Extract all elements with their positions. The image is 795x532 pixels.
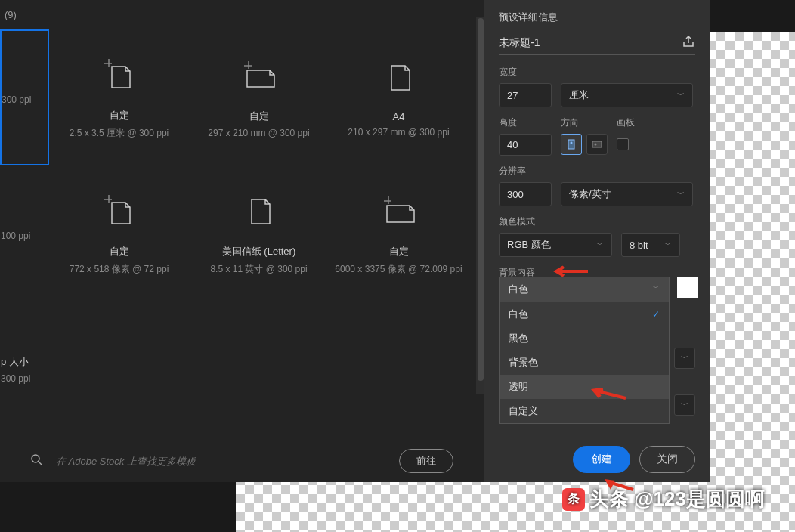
preset-name: 自定: [110, 245, 129, 258]
create-button[interactable]: 创建: [573, 446, 630, 473]
bg-option-透明[interactable]: 透明: [500, 375, 669, 399]
bg-option-自定义[interactable]: 自定义: [500, 399, 669, 423]
preset-grid: 300 ppi自定2.5 x 3.5 厘米 @ 300 ppi自定297 x 2…: [0, 29, 484, 438]
svg-line-1: [39, 462, 42, 465]
height-input[interactable]: [499, 134, 552, 156]
preset-item-4[interactable]: 100 ppi: [0, 165, 49, 302]
detail-title: 预设详细信息: [499, 11, 695, 24]
svg-rect-4: [592, 141, 602, 147]
preset-dims: 2.5 x 3.5 厘米 @ 300 ppi: [70, 127, 169, 140]
save-preset-icon[interactable]: [682, 35, 695, 51]
orientation-portrait-button[interactable]: [561, 134, 582, 155]
preset-name: p 大小: [1, 355, 29, 369]
preset-count: (9): [0, 0, 484, 29]
check-icon: ✓: [652, 309, 660, 320]
artboard-checkbox[interactable]: [617, 138, 629, 150]
preset-item-8[interactable]: p 大小300 ppi: [0, 302, 49, 438]
preset-name: 自定: [249, 110, 269, 123]
search-icon: [30, 453, 42, 469]
close-button[interactable]: 关闭: [639, 446, 695, 473]
preset-item-6[interactable]: 美国信纸 (Letter)8.5 x 11 英寸 @ 300 ppi: [189, 165, 329, 302]
advanced-toggle-2[interactable]: ﹀: [674, 394, 695, 416]
preset-name: 美国信纸 (Letter): [222, 245, 296, 258]
preset-dims: 297 x 210 mm @ 300 ppi: [208, 128, 309, 138]
preset-item-2[interactable]: 自定297 x 210 mm @ 300 ppi: [189, 29, 329, 165]
preset-dims: 8.5 x 11 英寸 @ 300 ppi: [210, 263, 307, 276]
background-content-dropdown[interactable]: 白色﹀ 白色✓黑色背景色透明自定义: [499, 277, 670, 424]
resolution-unit-select[interactable]: 像素/英寸﹀: [561, 182, 693, 206]
annotation-arrow-1: [552, 264, 589, 278]
width-unit-select[interactable]: 厘米﹀: [561, 83, 693, 107]
chevron-down-icon: ﹀: [677, 90, 685, 101]
color-mode-select[interactable]: RGB 颜色﹀: [499, 233, 612, 257]
orientation-landscape-button[interactable]: [586, 134, 608, 155]
annotation-arrow-2: [589, 388, 627, 401]
chevron-down-icon: ﹀: [596, 240, 604, 250]
color-mode-label: 颜色模式: [499, 215, 695, 228]
preset-dims: 210 x 297 mm @ 300 ppi: [348, 127, 449, 138]
preset-dims: 6000 x 3375 像素 @ 72.009 ppi: [335, 263, 462, 276]
preset-item-0[interactable]: 300 ppi: [0, 29, 49, 165]
stock-go-button[interactable]: 前往: [399, 449, 453, 473]
svg-rect-2: [568, 140, 574, 149]
preset-dims: 300 ppi: [1, 373, 30, 384]
stock-search-input[interactable]: [50, 450, 391, 473]
watermark: 条 头条 @123是圆圆啊: [562, 486, 765, 512]
background-color-swatch[interactable]: [677, 277, 698, 298]
preset-item-5[interactable]: 自定772 x 518 像素 @ 72 ppi: [49, 165, 189, 302]
height-label: 高度: [499, 116, 552, 129]
width-label: 宽度: [499, 66, 695, 79]
preset-dims: 100 ppi: [1, 230, 30, 241]
preset-dims: 772 x 518 像素 @ 72 ppi: [70, 263, 169, 276]
chevron-down-icon: ﹀: [652, 283, 660, 296]
svg-point-5: [595, 144, 597, 146]
bg-option-白色[interactable]: 白色✓: [500, 302, 669, 326]
svg-point-0: [32, 455, 39, 462]
artboard-label: 画板: [617, 116, 635, 129]
width-input[interactable]: [499, 83, 552, 107]
orientation-label: 方向: [561, 116, 608, 129]
preset-dims: 300 ppi: [2, 94, 31, 105]
preset-item-7[interactable]: 自定6000 x 3375 像素 @ 72.009 ppi: [329, 165, 469, 302]
bg-option-背景色[interactable]: 背景色: [500, 351, 669, 375]
bit-depth-select[interactable]: 8 bit﹀: [621, 233, 680, 257]
preset-item-1[interactable]: 自定2.5 x 3.5 厘米 @ 300 ppi: [49, 29, 189, 165]
svg-point-3: [571, 142, 573, 144]
preset-name: 自定: [110, 109, 129, 122]
resolution-label: 分辨率: [499, 165, 695, 178]
preset-name: 自定: [389, 245, 409, 258]
bg-option-黑色[interactable]: 黑色: [500, 326, 669, 351]
preset-item-3[interactable]: A4210 x 297 mm @ 300 ppi: [329, 29, 469, 165]
watermark-icon: 条: [562, 488, 585, 511]
advanced-toggle-1[interactable]: ﹀: [674, 348, 695, 369]
resolution-input[interactable]: [499, 182, 552, 206]
chevron-down-icon: ﹀: [677, 189, 685, 200]
chevron-down-icon: ﹀: [664, 240, 672, 250]
preset-name: A4: [393, 111, 405, 122]
document-name-input[interactable]: [499, 37, 682, 49]
